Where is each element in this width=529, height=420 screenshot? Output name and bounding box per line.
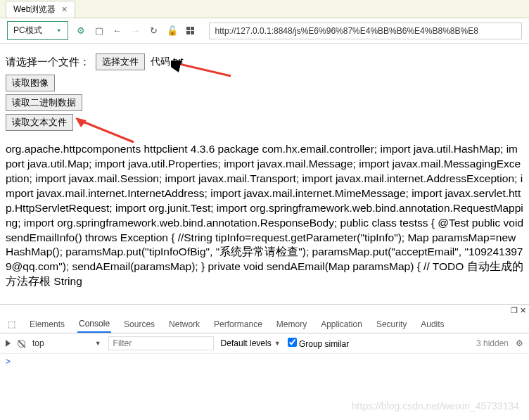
svg-marker-3 (75, 117, 87, 127)
page-content: 请选择一个文件： 选择文件 代码.txt 读取图像 读取二进制数据 读取文本文件… (0, 44, 529, 304)
inspect-icon[interactable]: ⬚ (6, 319, 17, 330)
console-toolbar: top▼ Default levels ▼ Group similar 3 hi… (0, 333, 529, 354)
console-prompt[interactable]: > (0, 354, 529, 369)
gear-icon[interactable]: ⚙ (75, 25, 87, 37)
back-icon[interactable]: ← (112, 25, 123, 37)
url-input[interactable]: http://127.0.0.1:8848/js%E6%96%87%E4%BB%… (209, 23, 522, 39)
clear-console-icon[interactable] (18, 340, 25, 348)
filter-input[interactable] (108, 336, 214, 350)
devtools-tabs: ⬚ Elements Console Sources Network Perfo… (0, 315, 529, 333)
read-image-button[interactable]: 读取图像 (6, 75, 55, 91)
tab-security[interactable]: Security (375, 317, 408, 332)
tab-console[interactable]: Console (77, 316, 111, 333)
watermark-text: https://blog.csdn.net/weixin_45733134 (352, 400, 519, 412)
svg-line-2 (79, 120, 134, 142)
settings-icon[interactable]: ⚙ (516, 338, 523, 348)
tab-title: Web浏览器 (13, 4, 56, 15)
grid-icon[interactable] (185, 25, 196, 37)
file-content-text: org.apache.httpcomponents httpclient 4.3… (6, 142, 523, 289)
tab-performance[interactable]: Performance (212, 317, 264, 332)
forward-icon[interactable]: → (130, 25, 141, 37)
choose-file-button[interactable]: 选择文件 (96, 53, 145, 70)
browser-tab[interactable]: Web浏览器 × (6, 1, 75, 18)
hidden-count[interactable]: 3 hidden (476, 338, 509, 348)
file-prompt-label: 请选择一个文件： (6, 56, 90, 69)
selected-filename: 代码.txt (151, 56, 184, 68)
tab-sources[interactable]: Sources (122, 317, 156, 332)
devtools-dock-controls[interactable]: ❐ ✕ (0, 305, 529, 315)
tab-memory[interactable]: Memory (275, 317, 308, 332)
tab-network[interactable]: Network (167, 317, 201, 332)
mode-label: PC模式 (13, 25, 42, 37)
play-icon[interactable] (6, 340, 11, 347)
reload-icon[interactable]: ↻ (148, 25, 160, 37)
lock-icon[interactable]: 🔓 (167, 25, 178, 37)
chevron-down-icon: ▼ (56, 27, 62, 34)
context-select[interactable]: top▼ (32, 338, 101, 348)
tab-elements[interactable]: Elements (28, 317, 66, 332)
close-icon[interactable]: × (61, 4, 67, 15)
mode-select[interactable]: PC模式 ▼ (7, 21, 68, 40)
tab-bar: Web浏览器 × (0, 0, 529, 18)
console-icon[interactable]: ▢ (94, 25, 105, 37)
tab-audits[interactable]: Audits (419, 317, 445, 332)
read-binary-button[interactable]: 读取二进制数据 (6, 94, 82, 111)
group-similar-checkbox[interactable]: Group similar (288, 338, 350, 349)
annotation-arrow-icon (74, 117, 137, 146)
tab-application[interactable]: Application (319, 317, 364, 332)
log-levels-select[interactable]: Default levels ▼ (221, 338, 281, 348)
read-text-button[interactable]: 读取文本文件 (6, 114, 73, 131)
toolbar: PC模式 ▼ ⚙ ▢ ← → ↻ 🔓 http://127.0.0.1:8848… (0, 18, 529, 44)
